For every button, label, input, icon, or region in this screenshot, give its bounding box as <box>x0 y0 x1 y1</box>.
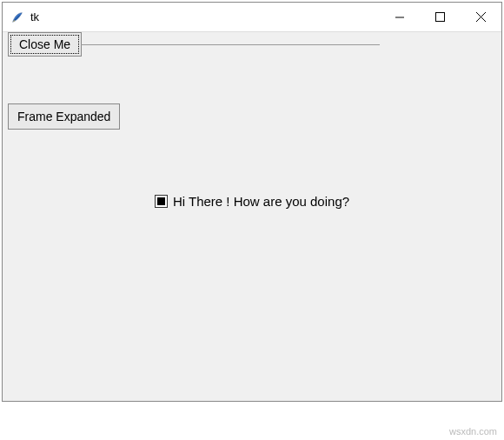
window-controls <box>380 3 501 31</box>
client-area: Close Me Frame Expanded Hi There ! How a… <box>3 32 501 401</box>
svg-rect-1 <box>435 13 444 22</box>
checkbox-box-icon[interactable] <box>155 195 168 208</box>
watermark: wsxdn.com <box>449 426 497 437</box>
checkbox-label: Hi There ! How are you doing? <box>173 194 349 209</box>
window-title: tk <box>30 10 380 23</box>
frame-expanded-button[interactable]: Frame Expanded <box>8 103 120 130</box>
separator <box>81 44 380 45</box>
minimize-button[interactable] <box>380 3 420 31</box>
close-me-button[interactable]: Close Me <box>8 32 82 57</box>
titlebar[interactable]: tk <box>3 3 501 32</box>
app-window: tk Close Me Frame Expanded <box>2 2 502 402</box>
window-close-button[interactable] <box>460 3 501 31</box>
app-feather-icon <box>10 10 25 25</box>
maximize-button[interactable] <box>420 3 460 31</box>
greeting-checkbox[interactable]: Hi There ! How are you doing? <box>3 194 501 209</box>
checkbox-tristate-fill <box>157 197 165 205</box>
